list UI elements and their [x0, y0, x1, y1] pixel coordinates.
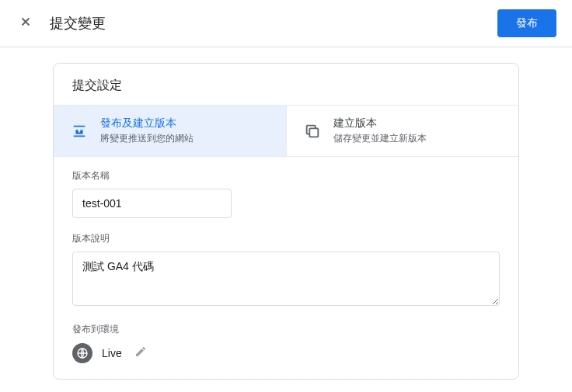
- environment-group: 發布到環境 Live: [72, 323, 500, 363]
- tab-publish-desc: 將變更推送到您的網站: [100, 132, 194, 145]
- dialog-title: 提交變更: [50, 14, 106, 33]
- globe-icon: [72, 343, 92, 363]
- header-left: 提交變更: [16, 12, 106, 36]
- svg-rect-0: [309, 128, 318, 137]
- version-name-input[interactable]: [72, 189, 232, 218]
- card-title: 提交設定: [54, 64, 518, 105]
- tab-publish-and-create[interactable]: 發布及建立版本 將變更推送到您的網站: [54, 106, 287, 156]
- environment-label: 發布到環境: [72, 323, 500, 336]
- close-icon: [19, 15, 33, 29]
- upload-icon: [71, 123, 88, 140]
- tab-row: 發布及建立版本 將變更推送到您的網站 建立版本 儲存變更並建立新版本: [54, 105, 518, 157]
- version-name-label: 版本名稱: [72, 169, 500, 182]
- environment-name: Live: [102, 347, 122, 359]
- publish-button[interactable]: 發布: [497, 9, 556, 37]
- tab-create-version[interactable]: 建立版本 儲存變更並建立新版本: [287, 106, 519, 156]
- version-name-group: 版本名稱: [72, 169, 500, 218]
- version-desc-group: 版本說明: [72, 232, 500, 309]
- settings-card: 提交設定 發布及建立版本 將變更推送到您的網站 建立版本 儲存變更並建立新版本 …: [53, 63, 519, 380]
- content-area: 提交設定 發布及建立版本 將變更推送到您的網站 建立版本 儲存變更並建立新版本 …: [0, 47, 572, 392]
- edit-environment-button[interactable]: [131, 342, 150, 363]
- copy-icon: [304, 123, 321, 140]
- pencil-icon: [134, 345, 147, 358]
- tab-create-desc: 儲存變更並建立新版本: [333, 132, 427, 145]
- environment-row: Live: [72, 342, 500, 363]
- version-desc-label: 版本說明: [72, 232, 500, 245]
- tab-publish-label: 發布及建立版本: [100, 116, 194, 130]
- dialog-header: 提交變更 發布: [0, 0, 572, 47]
- tab-create-text: 建立版本 儲存變更並建立新版本: [333, 116, 427, 145]
- version-desc-input[interactable]: [72, 252, 500, 306]
- tab-publish-text: 發布及建立版本 將變更推送到您的網站: [100, 116, 194, 145]
- tab-create-label: 建立版本: [333, 116, 427, 130]
- close-button[interactable]: [16, 12, 36, 36]
- form-body: 版本名稱 版本說明 發布到環境 Live: [54, 157, 518, 363]
